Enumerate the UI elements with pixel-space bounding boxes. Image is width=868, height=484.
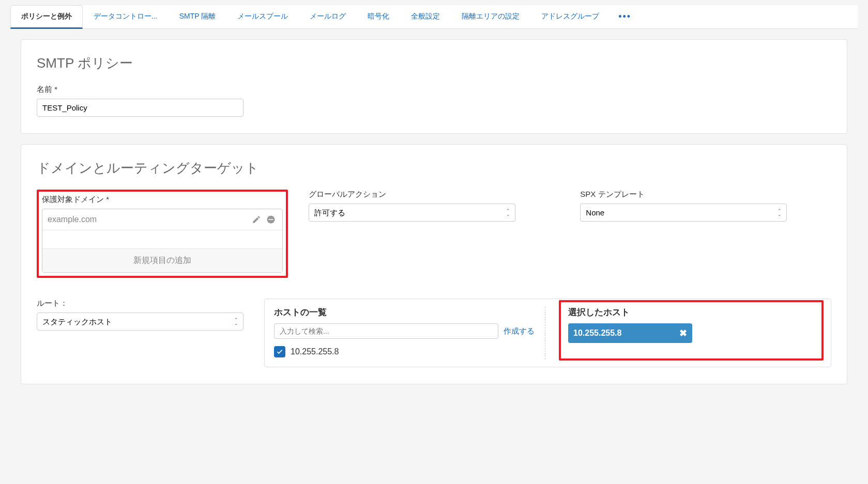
protected-domain-box: example.com 新規項目の追加: [42, 209, 283, 273]
global-action-select[interactable]: 許可する: [309, 204, 515, 222]
tab-address-group[interactable]: アドレスグループ: [530, 5, 610, 28]
spx-template-label: SPX テンプレート: [580, 190, 831, 199]
remove-chip-icon[interactable]: ✖: [679, 327, 687, 339]
tab-policy-exceptions[interactable]: ポリシーと例外: [10, 5, 83, 29]
host-search-input[interactable]: [274, 323, 498, 339]
policy-name-input[interactable]: [37, 99, 243, 117]
protected-domain-highlight: 保護対象ドメイン * example.com 新規項目の追加: [37, 190, 288, 278]
svg-rect-1: [268, 219, 273, 220]
add-domain-button[interactable]: 新規項目の追加: [42, 249, 282, 272]
name-label: 名前 *: [37, 85, 831, 95]
host-list-title: ホストの一覧: [274, 306, 535, 318]
domain-routing-panel: ドメインとルーティングターゲット 保護対象ドメイン * example.com: [21, 144, 847, 384]
tab-bar: ポリシーと例外 データコントロー... SMTP 隔離 メールスプール メールロ…: [10, 5, 858, 29]
selected-host-title: 選択したホスト: [568, 306, 814, 318]
domain-value: example.com: [48, 215, 248, 224]
protected-domain-label: 保護対象ドメイン *: [42, 195, 283, 205]
host-list-item[interactable]: 10.255.255.8: [274, 344, 535, 360]
global-action-label: グローバルアクション: [309, 190, 560, 199]
tab-general-settings[interactable]: 全般設定: [400, 5, 451, 28]
routing-header: ドメインとルーティングターゲット: [37, 159, 831, 177]
tab-mail-spool[interactable]: メールスプール: [226, 5, 299, 28]
smtp-policy-panel: SMTP ポリシー 名前 *: [21, 39, 847, 134]
host-checkbox-checked-icon[interactable]: [274, 346, 285, 357]
smtp-policy-header: SMTP ポリシー: [37, 54, 831, 72]
host-list-section: ホストの一覧 作成する 10.255.255.8: [274, 306, 545, 360]
spx-template-select[interactable]: None: [580, 204, 787, 222]
edit-icon[interactable]: [250, 213, 263, 226]
tab-smtp-quarantine[interactable]: SMTP 隔離: [169, 5, 227, 28]
selected-host-highlight: 選択したホスト 10.255.255.8 ✖: [559, 300, 824, 361]
remove-icon[interactable]: [265, 213, 277, 226]
tab-quarantine-area-settings[interactable]: 隔離エリアの設定: [451, 5, 530, 28]
create-host-link[interactable]: 作成する: [504, 326, 535, 336]
chip-ip-text: 10.255.255.8: [573, 329, 621, 338]
domain-row: example.com: [42, 209, 282, 230]
tab-data-control[interactable]: データコントロー...: [83, 5, 169, 28]
host-panel: ホストの一覧 作成する 10.255.255.8 選択したホスト: [264, 299, 831, 367]
selected-host-section: 選択したホスト 10.255.255.8 ✖: [561, 306, 821, 360]
selected-host-chip: 10.255.255.8 ✖: [568, 323, 692, 343]
host-ip-text: 10.255.255.8: [291, 347, 339, 356]
tab-more-icon[interactable]: •••: [610, 5, 639, 28]
tab-mail-log[interactable]: メールログ: [299, 5, 357, 28]
tab-encryption[interactable]: 暗号化: [357, 5, 400, 28]
route-label: ルート：: [37, 299, 243, 308]
route-select[interactable]: スタティックホスト: [37, 313, 243, 331]
